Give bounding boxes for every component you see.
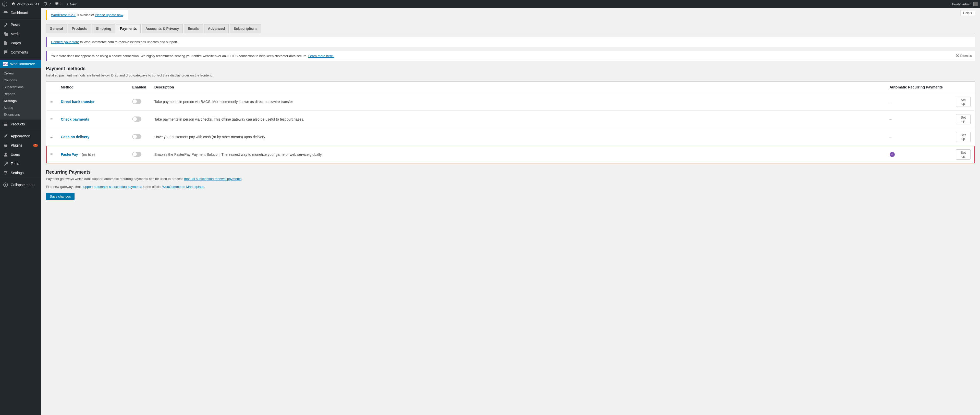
drag-handle-icon[interactable]: ≡ — [50, 135, 52, 139]
help-label: Help — [963, 11, 969, 15]
col-method: Method — [57, 82, 128, 93]
setup-button[interactable]: Set up — [956, 114, 971, 124]
wp-version-link[interactable]: WordPress 5.2.1 — [51, 13, 76, 17]
connect-store-link[interactable]: Connect your store — [51, 40, 79, 44]
method-description: Enables the FasterPay Payment Solution. … — [150, 146, 886, 163]
col-recurring: Automatic Recurring Payments — [886, 82, 952, 93]
connect-notice: Connect your store to WooCommerce.com to… — [46, 37, 975, 47]
method-link[interactable]: Cash on delivery — [61, 135, 89, 139]
menu-dashboard[interactable]: Dashboard — [0, 8, 41, 17]
menu-label: Dashboard — [11, 11, 28, 15]
tab-advanced[interactable]: Advanced — [204, 24, 229, 33]
marketplace-link[interactable]: WooCommerce Marketplace — [162, 185, 204, 188]
payment-row: ≡Check paymentsTake payments in person v… — [46, 111, 975, 128]
wp-logo[interactable] — [2, 2, 7, 6]
media-icon — [3, 32, 8, 36]
tab-accounts[interactable]: Accounts & Privacy — [142, 24, 183, 33]
dismiss-button[interactable]: Dismiss — [956, 54, 972, 58]
tab-general[interactable]: General — [46, 24, 67, 33]
notice-text: is available! — [76, 13, 95, 17]
method-description: Have your customers pay with cash (or by… — [150, 128, 886, 146]
method-link[interactable]: Direct bank transfer — [61, 100, 94, 104]
new-link[interactable]: + New — [66, 2, 76, 6]
menu-label: Posts — [11, 23, 20, 27]
menu-plugins[interactable]: Plugins 3 — [0, 141, 41, 150]
menu-appearance[interactable]: Appearance — [0, 131, 41, 141]
menu-label: WooCommerce — [10, 62, 35, 66]
method-description: Take payments in person via checks. This… — [150, 111, 886, 128]
submenu-coupons[interactable]: Coupons — [0, 77, 41, 84]
drag-handle-icon[interactable]: ≡ — [50, 117, 52, 121]
refresh-icon — [43, 2, 48, 6]
submenu-subscriptions[interactable]: Subscriptions — [0, 84, 41, 90]
enabled-toggle[interactable] — [132, 99, 142, 104]
menu-label: Collapse menu — [11, 183, 35, 187]
menu-tools[interactable]: Tools — [0, 159, 41, 168]
settings-tabs: General Products Shipping Payments Accou… — [46, 24, 975, 33]
method-link[interactable]: FasterPay — [61, 152, 78, 157]
tab-subscriptions[interactable]: Subscriptions — [230, 24, 261, 33]
menu-users[interactable]: Users — [0, 150, 41, 159]
tab-emails[interactable]: Emails — [184, 24, 203, 33]
menu-label: Products — [11, 122, 25, 126]
enabled-toggle[interactable] — [132, 152, 142, 157]
submenu-reports[interactable]: Reports — [0, 90, 41, 97]
home-icon — [11, 2, 15, 6]
recurring-heading: Recurring Payments — [46, 169, 975, 175]
auto-subscription-link[interactable]: support automatic subscription payments — [82, 185, 142, 188]
updates-link[interactable]: 7 — [43, 2, 51, 6]
help-tab[interactable]: Help ▾ — [960, 10, 975, 16]
menu-collapse[interactable]: Collapse menu — [0, 180, 41, 189]
tab-shipping[interactable]: Shipping — [92, 24, 115, 33]
new-text: New — [70, 2, 76, 6]
menu-media[interactable]: Media — [0, 29, 41, 38]
enabled-toggle[interactable] — [132, 134, 142, 139]
menu-posts[interactable]: Posts — [0, 20, 41, 29]
save-changes-button[interactable]: Save changes — [46, 193, 75, 200]
drag-handle-icon[interactable]: ≡ — [50, 100, 52, 104]
tab-products[interactable]: Products — [68, 24, 91, 33]
recurring-value: – — [890, 135, 892, 139]
menu-pages[interactable]: Pages — [0, 38, 41, 48]
menu-comments[interactable]: Comments — [0, 48, 41, 57]
menu-label: Users — [11, 152, 20, 157]
setup-button[interactable]: Set up — [956, 149, 971, 160]
method-link[interactable]: Check payments — [61, 117, 89, 121]
menu-settings[interactable]: Settings — [0, 168, 41, 177]
secure-notice: Your store does not appear to be using a… — [46, 51, 975, 61]
plug-icon — [3, 143, 8, 148]
svg-point-5 — [5, 174, 6, 174]
setup-button[interactable]: Set up — [956, 132, 971, 142]
payment-methods-heading: Payment methods — [46, 66, 975, 71]
enabled-toggle[interactable] — [132, 117, 142, 122]
check-icon: ✓ — [890, 152, 895, 157]
setup-button[interactable]: Set up — [956, 97, 971, 107]
update-now-link[interactable]: Please update now — [95, 13, 123, 17]
svg-point-3 — [4, 171, 5, 172]
learn-more-link[interactable]: Learn more here. — [308, 54, 334, 58]
comments-link[interactable]: 0 — [55, 2, 62, 6]
menu-label: Appearance — [11, 134, 30, 138]
site-name-link[interactable]: Wordpress 511 — [11, 2, 39, 6]
account-menu[interactable]: Howdy, admin — [951, 2, 978, 6]
admin-sidebar: Dashboard Posts Media Pages Comments woo… — [0, 8, 41, 415]
submenu-extensions[interactable]: Extensions — [0, 111, 41, 118]
submenu-status[interactable]: Status — [0, 104, 41, 111]
submenu-settings[interactable]: Settings — [0, 97, 41, 104]
recurring-p2: Find new gateways that support automatic… — [46, 185, 975, 188]
recurring-value: – — [890, 117, 892, 121]
drag-handle-icon[interactable]: ≡ — [50, 152, 52, 157]
submenu-orders[interactable]: Orders — [0, 70, 41, 77]
comment-icon — [3, 50, 8, 55]
menu-label: Settings — [11, 171, 24, 175]
user-icon — [3, 152, 8, 157]
wrench-icon — [3, 161, 8, 166]
menu-products[interactable]: Products — [0, 120, 41, 129]
chevron-down-icon: ▾ — [970, 11, 972, 15]
menu-label: Pages — [11, 41, 21, 45]
menu-woocommerce[interactable]: woo WooCommerce — [0, 60, 41, 68]
collapse-icon — [3, 182, 8, 187]
tab-payments[interactable]: Payments — [116, 24, 141, 33]
manual-renewal-link[interactable]: manual subscription renewal payments — [184, 177, 242, 181]
notice-text: to WooCommerce.com to receive extensions… — [79, 40, 178, 44]
